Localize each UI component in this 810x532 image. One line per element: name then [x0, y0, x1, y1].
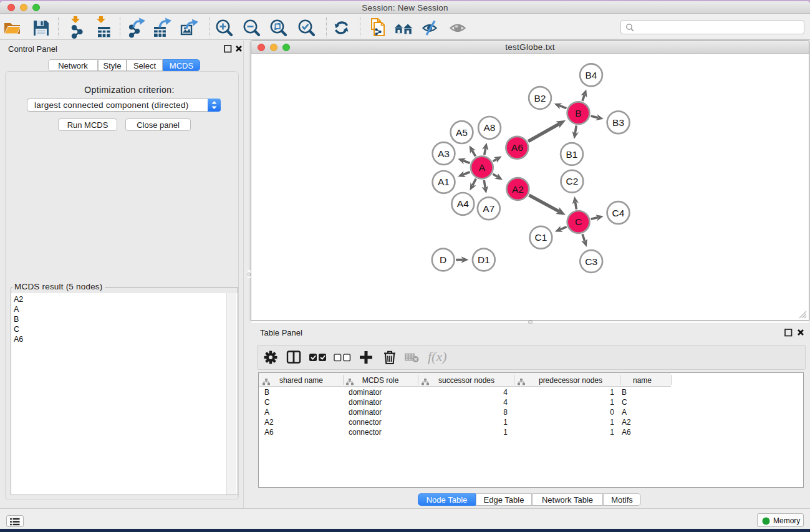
svg-text:A5: A5	[456, 127, 468, 138]
svg-text:C: C	[575, 216, 582, 227]
svg-text:A6: A6	[511, 142, 523, 153]
svg-text:B1: B1	[566, 149, 578, 160]
svg-text:D: D	[440, 254, 446, 265]
svg-text:A2: A2	[512, 184, 524, 195]
svg-text:B4: B4	[586, 70, 597, 80]
svg-text:B3: B3	[612, 117, 624, 128]
svg-text:C2: C2	[566, 176, 578, 186]
svg-text:A3: A3	[438, 148, 450, 159]
svg-text:A8: A8	[484, 122, 496, 133]
svg-text:C4: C4	[612, 208, 625, 218]
svg-text:A1: A1	[438, 177, 450, 187]
svg-text:D1: D1	[478, 254, 490, 265]
svg-text:A7: A7	[483, 203, 494, 214]
svg-text:A: A	[479, 162, 486, 173]
svg-text:C1: C1	[534, 232, 547, 243]
svg-text:C3: C3	[585, 256, 597, 267]
svg-text:B2: B2	[534, 93, 546, 104]
svg-text:B: B	[575, 108, 581, 118]
svg-text:A4: A4	[457, 198, 469, 209]
